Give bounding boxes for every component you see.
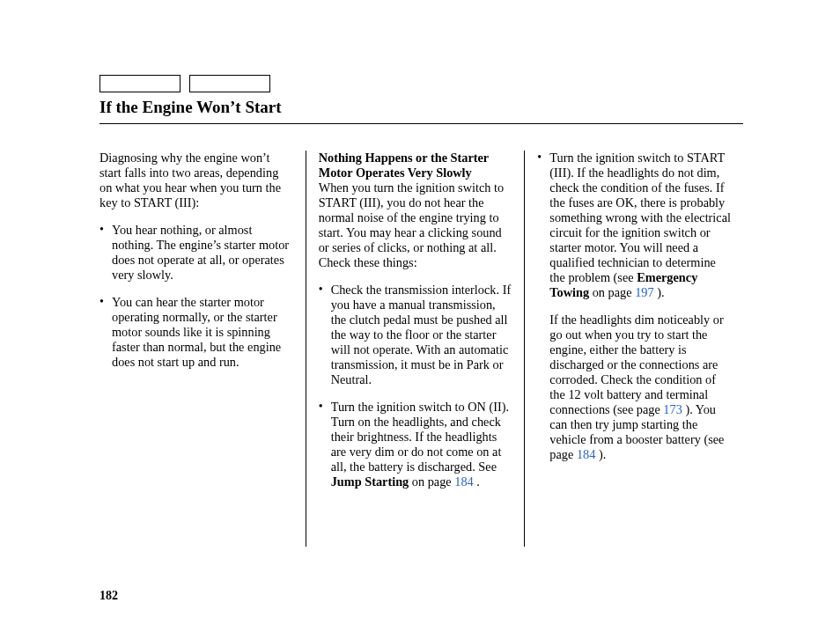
col1-bullet-1: You hear nothing, or almost nothing. The… — [99, 223, 293, 283]
column-3: Turn the ignition switch to START (III).… — [524, 151, 743, 547]
column-2: Nothing Happens or the Starter Motor Ope… — [306, 151, 525, 547]
col2-bullet-2: Turn the ignition switch to ON (II). Tur… — [319, 400, 512, 489]
header-box-2 — [189, 75, 270, 92]
title-rule — [99, 123, 743, 124]
col3-follow-pre: If the headlights dim noticeably or go o… — [549, 312, 723, 416]
col2-para: Nothing Happens or the Starter Motor Ope… — [319, 151, 512, 270]
header-boxes — [99, 75, 743, 92]
page-link-184b[interactable]: 184 — [577, 447, 595, 461]
page-link-197[interactable]: 197 — [635, 285, 653, 299]
col3-b1-mid: on page — [589, 285, 635, 299]
col3-bullet-list: Turn the ignition switch to START (III).… — [537, 151, 731, 462]
page-link-173[interactable]: 173 — [663, 402, 682, 416]
header-box-1 — [99, 75, 181, 92]
manual-page: If the Engine Won’t Start Diagnosing why… — [0, 0, 840, 625]
page-link-184a[interactable]: 184 — [454, 474, 473, 489]
col3-follow-post: ). — [595, 447, 606, 461]
col2-b2-bold: Jump Starting — [331, 474, 409, 489]
col2-b2-pre: Turn the ignition switch to ON (II). Tur… — [331, 400, 509, 474]
page-number: 182 — [99, 589, 118, 603]
col1-intro: Diagnosing why the engine won’t start fa… — [99, 151, 293, 210]
col1-bullet-list: You hear nothing, or almost nothing. The… — [99, 223, 293, 370]
col3-b1-pre: Turn the ignition switch to START (III).… — [549, 151, 731, 284]
col3-bullet-1: Turn the ignition switch to START (III).… — [537, 151, 731, 462]
col2-subhead: Nothing Happens or the Starter Motor Ope… — [319, 151, 489, 180]
col2-para1: When you turn the ignition switch to STA… — [319, 180, 504, 269]
col2-b2-mid: on page — [409, 474, 454, 489]
body-columns: Diagnosing why the engine won’t start fa… — [99, 151, 743, 547]
col2-bullet-list: Check the transmission interlock. If you… — [319, 283, 512, 489]
page-title: If the Engine Won’t Start — [99, 98, 743, 118]
col2-bullet-1: Check the transmission interlock. If you… — [319, 283, 512, 387]
col1-bullet-2: You can hear the starter motor operating… — [99, 295, 293, 370]
col3-follow: If the headlights dim noticeably or go o… — [549, 312, 731, 462]
column-1: Diagnosing why the engine won’t start fa… — [99, 151, 306, 547]
col2-b2-post: . — [474, 474, 480, 489]
col3-b1-post: ). — [654, 285, 665, 299]
